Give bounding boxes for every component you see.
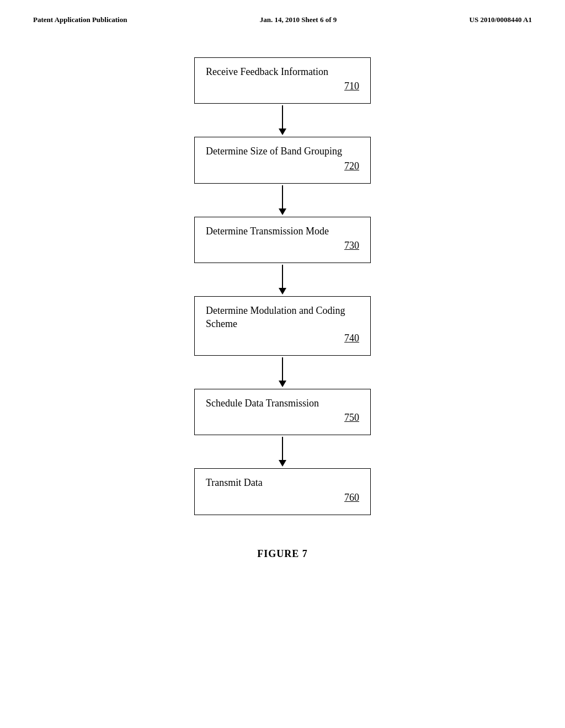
arrow-710-720 bbox=[279, 104, 286, 137]
box-750-title: Schedule Data Transmission bbox=[206, 398, 319, 409]
box-740-title: Determine Modulation and Coding Scheme bbox=[206, 305, 345, 329]
header-right-text: US 2010/0008440 A1 bbox=[470, 15, 532, 24]
box-710-number: 710 bbox=[206, 81, 359, 92]
box-710-title: Receive Feedback Information bbox=[206, 66, 328, 77]
box-730-number: 730 bbox=[206, 240, 359, 251]
arrow-750-760 bbox=[279, 435, 286, 468]
arrow-line-3 bbox=[282, 265, 283, 288]
header-left-text: Patent Application Publication bbox=[33, 15, 127, 24]
arrow-head-3 bbox=[279, 288, 286, 295]
arrow-line-1 bbox=[282, 105, 283, 129]
flowchart-diagram: Receive Feedback Information 710 Determi… bbox=[0, 57, 565, 560]
arrow-head-4 bbox=[279, 381, 286, 387]
arrow-line-4 bbox=[282, 357, 283, 381]
arrow-line-5 bbox=[282, 437, 283, 460]
page-header: Patent Application Publication Jan. 14, … bbox=[0, 0, 565, 24]
arrow-head-5 bbox=[279, 460, 286, 467]
box-720-title: Determine Size of Band Grouping bbox=[206, 146, 342, 157]
box-760-title: Transmit Data bbox=[206, 477, 263, 488]
header-center-text: Jan. 14, 2010 Sheet 6 of 9 bbox=[260, 15, 337, 24]
flowchart-box-760: Transmit Data 760 bbox=[194, 468, 371, 515]
box-750-number: 750 bbox=[206, 412, 359, 424]
box-740-number: 740 bbox=[206, 333, 359, 344]
flowchart-box-740: Determine Modulation and Coding Scheme 7… bbox=[194, 296, 371, 356]
flowchart-box-720: Determine Size of Band Grouping 720 bbox=[194, 137, 371, 183]
arrow-720-730 bbox=[279, 184, 286, 217]
arrow-730-740 bbox=[279, 263, 286, 296]
figure-label: FIGURE 7 bbox=[257, 548, 308, 560]
arrow-line-2 bbox=[282, 185, 283, 208]
arrow-head-2 bbox=[279, 208, 286, 215]
box-720-number: 720 bbox=[206, 160, 359, 172]
flowchart-box-730: Determine Transmission Mode 730 bbox=[194, 217, 371, 263]
arrow-740-750 bbox=[279, 356, 286, 389]
box-760-number: 760 bbox=[206, 492, 359, 504]
flowchart-box-750: Schedule Data Transmission 750 bbox=[194, 389, 371, 435]
flowchart-box-710: Receive Feedback Information 710 bbox=[194, 57, 371, 104]
arrow-head-1 bbox=[279, 129, 286, 135]
box-730-title: Determine Transmission Mode bbox=[206, 226, 329, 237]
